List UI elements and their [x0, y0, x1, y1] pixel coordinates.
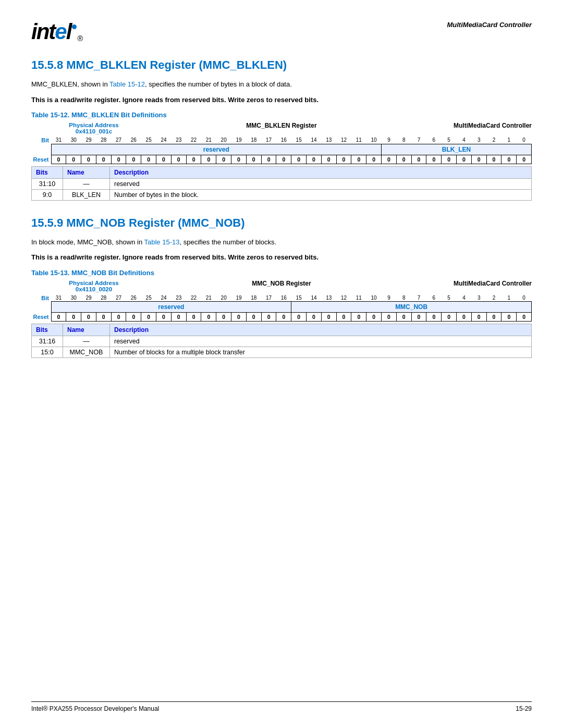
page-header: intel ® MultiMediaCard Controller [31, 21, 532, 48]
bit-label-2: Bit [31, 294, 51, 302]
footer-left: Intel® PXA255 Processor Developer's Manu… [31, 705, 159, 712]
field-row-2: reserved MMC_NOB [31, 302, 532, 313]
section-heading-1: 15.5.8 MMC_BLKLEN Register (MMC_BLKLEN) [31, 58, 532, 72]
bit-table-1: Bit 31 30 29 28 27 26 25 24 23 22 21 20 … [31, 137, 532, 164]
bit-number-row: Bit 31 30 29 28 27 26 25 24 23 22 21 20 … [31, 137, 532, 144]
reg-name-2: MMC_NOB Register [136, 280, 427, 287]
reg-name-1: MMC_BLKLEN Register [136, 122, 427, 129]
section2-bold-note: This is a read/write register. Ignore re… [31, 252, 532, 263]
desc-header: Description [110, 166, 532, 178]
desc-header-2: Description [110, 324, 532, 336]
table-row: 15:0 MMC_NOB Number of blocks for a mult… [32, 347, 532, 358]
table-row: 31:10 — reserved [32, 178, 532, 189]
field-row-1: reserved BLK_LEN [31, 144, 532, 155]
desc-header-row: Bits Name Description [32, 166, 532, 178]
bits-header: Bits [32, 166, 63, 178]
reset-row-2: Reset 0 0 0 0 0 0 0 0 0 0 0 0 0 0 0 0 [31, 313, 532, 322]
desc-table-2: Bits Name Description 31:16 — reserved 1… [31, 324, 532, 358]
bits-header-2: Bits [32, 324, 63, 336]
reg-info-row-2: Physical Address 0x4110_0020 MMC_NOB Reg… [52, 280, 532, 292]
bit-label: Bit [31, 137, 51, 144]
reserved-field-1: reserved [51, 144, 382, 155]
mmc-nob-field: MMC_NOB [291, 302, 532, 313]
section1-body: MMC_BLKLEN, shown in Table 15-12, specif… [31, 79, 532, 90]
table-link-2[interactable]: Table 15-13 [144, 238, 180, 246]
reg-controller-1: MultiMediaCard Controller [427, 122, 532, 129]
blk-len-field: BLK_LEN [382, 144, 532, 155]
table-heading-1: Table 15-12. MMC_BLKLEN Bit Definitions [31, 111, 532, 119]
table-heading-2: Table 15-13. MMC_NOB Bit Definitions [31, 269, 532, 277]
section-heading-2: 15.5.9 MMC_NOB Register (MMC_NOB) [31, 216, 532, 230]
reset-row-1: Reset 0 0 0 0 0 0 0 0 0 0 0 0 0 0 0 0 [31, 155, 532, 164]
desc-header-row-2: Bits Name Description [32, 324, 532, 336]
intel-logo: intel ® [31, 21, 83, 43]
desc-table-1: Bits Name Description 31:10 — reserved 9… [31, 166, 532, 201]
page-footer: Intel® PXA255 Processor Developer's Manu… [31, 701, 532, 712]
section1-bold-note: This is a read/write register. Ignore re… [31, 95, 532, 105]
section2-body: In block mode, MMC_NOB, shown in Table 1… [31, 237, 532, 248]
phys-addr-2: Physical Address 0x4110_0020 [52, 280, 136, 292]
footer-right: 15-29 [516, 705, 532, 712]
section-15-5-9: 15.5.9 MMC_NOB Register (MMC_NOB) In blo… [31, 216, 532, 359]
bit-number-row-2: Bit 31 30 29 28 27 26 25 24 23 22 21 20 … [31, 294, 532, 302]
register-table-1: Physical Address 0x4110_001c MMC_BLKLEN … [31, 122, 532, 201]
reg-controller-2: MultiMediaCard Controller [427, 280, 532, 287]
register-table-2: Physical Address 0x4110_0020 MMC_NOB Reg… [31, 280, 532, 359]
name-header-2: Name [63, 324, 110, 336]
table-link-1[interactable]: Table 15-12 [109, 80, 145, 88]
name-header: Name [63, 166, 110, 178]
table-row: 31:16 — reserved [32, 336, 532, 347]
phys-addr-1: Physical Address 0x4110_001c [52, 122, 136, 134]
section-15-5-8: 15.5.8 MMC_BLKLEN Register (MMC_BLKLEN) … [31, 58, 532, 201]
header-title: MultiMediaCard Controller [447, 21, 532, 29]
reg-info-row-1: Physical Address 0x4110_001c MMC_BLKLEN … [52, 122, 532, 134]
bit-table-2: Bit 31 30 29 28 27 26 25 24 23 22 21 20 … [31, 294, 532, 322]
reserved-field-2: reserved [51, 302, 291, 313]
table-row: 9:0 BLK_LEN Number of bytes in the block… [32, 189, 532, 200]
